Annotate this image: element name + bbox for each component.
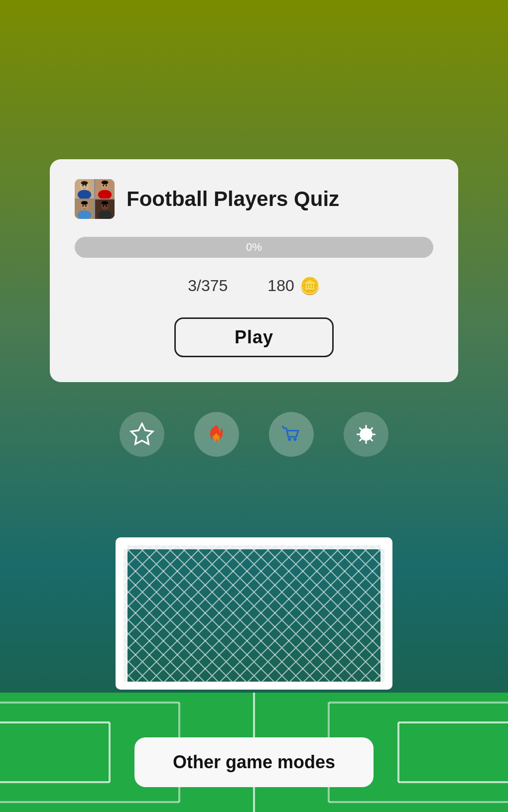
svg-point-22 xyxy=(103,205,104,207)
other-modes-button[interactable]: Other game modes xyxy=(134,737,374,787)
quiz-card: Football Players Quiz 0% 3/375 180 🪙 Pla… xyxy=(50,159,458,382)
player-face-3 xyxy=(75,200,94,219)
favorites-button[interactable] xyxy=(120,412,164,457)
score-fraction: 3/375 xyxy=(188,277,228,295)
player-face-1 xyxy=(75,179,94,199)
svg-point-40 xyxy=(365,433,368,436)
progress-text: 0% xyxy=(246,241,262,254)
player-collage xyxy=(75,179,115,219)
progress-bar: 0% xyxy=(75,237,433,258)
fire-icon xyxy=(204,422,229,447)
player-face-2 xyxy=(95,179,115,199)
shop-button[interactable] xyxy=(269,412,314,457)
settings-button[interactable] xyxy=(344,412,388,457)
svg-rect-59 xyxy=(120,541,388,549)
svg-point-27 xyxy=(293,438,296,441)
svg-point-10 xyxy=(103,185,104,187)
svg-point-16 xyxy=(82,205,84,207)
quiz-header: Football Players Quiz xyxy=(75,179,433,219)
svg-line-38 xyxy=(360,439,362,441)
svg-rect-61 xyxy=(381,541,388,686)
player-face-4 xyxy=(95,200,115,219)
hot-button[interactable] xyxy=(194,412,239,457)
svg-point-11 xyxy=(106,185,107,187)
svg-line-36 xyxy=(371,439,373,441)
quiz-title: Football Players Quiz xyxy=(127,187,339,211)
coin-icon: 🪙 xyxy=(299,276,320,296)
svg-rect-60 xyxy=(120,541,127,686)
svg-point-23 xyxy=(106,205,107,207)
play-button[interactable]: Play xyxy=(174,317,334,357)
svg-rect-58 xyxy=(124,545,384,682)
svg-point-17 xyxy=(85,205,87,207)
svg-point-18 xyxy=(81,201,88,205)
goal-structure xyxy=(115,536,393,698)
svg-line-35 xyxy=(360,428,362,430)
cart-icon xyxy=(279,422,304,447)
svg-marker-25 xyxy=(131,423,152,444)
gear-icon xyxy=(354,422,379,447)
svg-point-12 xyxy=(102,181,109,185)
coins-display: 180 🪙 xyxy=(267,276,320,296)
svg-point-6 xyxy=(81,181,88,185)
star-icon xyxy=(129,421,155,447)
icon-row xyxy=(120,412,388,457)
stats-row: 3/375 180 🪙 xyxy=(75,276,433,296)
svg-point-24 xyxy=(102,201,109,205)
goal-svg xyxy=(115,536,393,696)
svg-line-37 xyxy=(371,428,373,430)
svg-point-26 xyxy=(288,438,291,441)
